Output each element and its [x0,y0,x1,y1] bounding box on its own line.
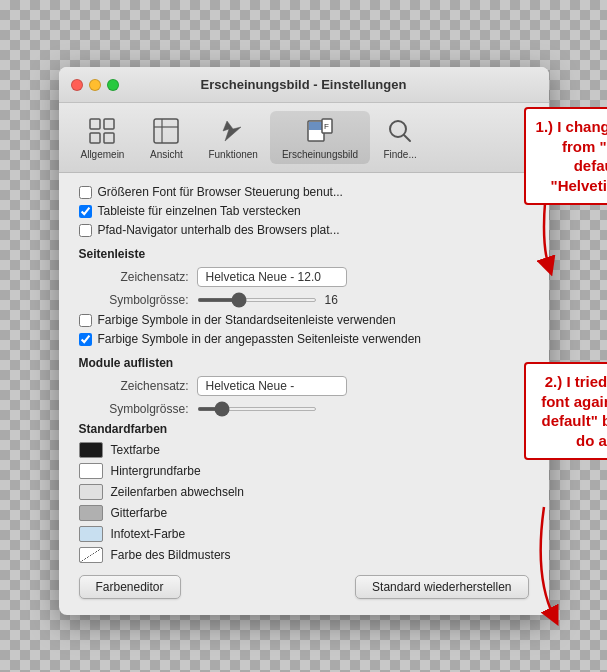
callout-1: 1.) I changed the font from "System defa… [524,107,608,205]
svg-text:F: F [324,122,329,131]
svg-rect-8 [309,122,323,130]
svg-rect-2 [90,133,100,143]
color-label-hintergrundfarbe: Hintergrundfarbe [111,464,201,478]
module-zeichensatz-input[interactable]: Helvetica Neue - [197,376,347,396]
standard-wiederherstellen-button[interactable]: Standard wiederherstellen [355,575,528,599]
color-zeilenfarben: Zeilenfarben abwechseln [79,484,529,500]
module-symbolgroesse-slider[interactable] [197,407,317,411]
toolbar-allgemein-label: Allgemein [81,149,125,160]
svg-rect-4 [154,119,178,143]
checkbox-angepassten-seitenleiste-input[interactable] [79,333,92,346]
module-symbolgroesse-label: Symbolgrösse: [79,402,189,416]
seitenleiste-zeichensatz-label: Zeichensatz: [79,270,189,284]
color-label-infotext-farbe: Infotext-Farbe [111,527,186,541]
erscheinungsbild-icon: F [304,115,336,147]
minimize-button[interactable] [89,79,101,91]
module-slider-container [197,407,317,411]
color-infotext-farbe: Infotext-Farbe [79,526,529,542]
color-label-bildmuster: Farbe des Bildmusters [111,548,231,562]
toolbar-funktionen-label: Funktionen [208,149,257,160]
checkbox-pfad-navigator-input[interactable] [79,224,92,237]
svg-rect-1 [104,119,114,129]
module-zeichensatz-label: Zeichensatz: [79,379,189,393]
finder-icon [384,115,416,147]
toolbar-funktionen[interactable]: Funktionen [196,111,269,164]
checkbox-angepassten-seitenleiste: Farbige Symbole in der angepassten Seite… [79,332,529,346]
window-title: Erscheinungsbild - Einstellungen [201,77,407,92]
color-swatch-infotext-farbe[interactable] [79,526,103,542]
checkbox-standard-seitenleiste-input[interactable] [79,314,92,327]
checkbox-browser-font-input[interactable] [79,186,92,199]
toolbar-ansicht-label: Ansicht [150,149,183,160]
toolbar-finder[interactable]: Finde... [370,111,430,164]
callout-2: 2.) I tried to reset the font again to "… [524,362,608,460]
toolbar-ansicht[interactable]: Ansicht [136,111,196,164]
color-label-zeilenfarben: Zeilenfarben abwechseln [111,485,244,499]
seitenleiste-zeichensatz-row: Zeichensatz: Helvetica Neue - 12.0 [79,267,529,287]
checkbox-angepassten-seitenleiste-label: Farbige Symbole in der angepassten Seite… [98,332,422,346]
content-area: Größeren Font für Browser Steuerung benu… [59,173,549,615]
seitenleiste-slider-container: 16 [197,293,338,307]
checkbox-standard-seitenleiste-label: Farbige Symbole in der Standardseitenlei… [98,313,396,327]
color-textfarbe: Textfarbe [79,442,529,458]
color-swatch-textfarbe[interactable] [79,442,103,458]
color-swatch-hintergrundfarbe[interactable] [79,463,103,479]
color-bildmuster: Farbe des Bildmusters [79,547,529,563]
svg-rect-0 [90,119,100,129]
allgemein-icon [86,115,118,147]
checkbox-pfad-navigator-label: Pfad-Navigator unterhalb des Browsers pl… [98,223,340,237]
traffic-lights [71,79,119,91]
svg-rect-3 [104,133,114,143]
svg-line-12 [404,135,410,141]
checkbox-tab-leiste-label: Tableiste für einzelnen Tab verstecken [98,204,301,218]
color-hintergrundfarbe: Hintergrundfarbe [79,463,529,479]
checkbox-browser-font-label: Größeren Font für Browser Steuerung benu… [98,185,343,199]
color-swatch-gitterfarbe[interactable] [79,505,103,521]
preferences-window: Erscheinungsbild - Einstellungen Allgeme… [59,67,549,615]
seitenleiste-symbolgroesse-label: Symbolgrösse: [79,293,189,307]
standardfarben-label: Standardfarben [79,422,529,436]
color-label-textfarbe: Textfarbe [111,443,160,457]
ansicht-icon [150,115,182,147]
checkbox-browser-font: Größeren Font für Browser Steuerung benu… [79,185,529,199]
seitenleiste-label: Seitenleiste [79,247,529,261]
toolbar-allgemein[interactable]: Allgemein [69,111,137,164]
toolbar: Allgemein Ansicht Funktionen [59,103,549,173]
color-swatch-bildmuster[interactable] [79,547,103,563]
module-symbolgroesse-row: Symbolgrösse: [79,402,529,416]
color-label-gitterfarbe: Gitterfarbe [111,506,168,520]
seitenleiste-symbolgroesse-value: 16 [325,293,338,307]
bottom-buttons: Farbeneditor Standard wiederherstellen [79,575,529,599]
checkbox-tab-leiste: Tableiste für einzelnen Tab verstecken [79,204,529,218]
titlebar: Erscheinungsbild - Einstellungen [59,67,549,103]
color-swatch-zeilenfarben[interactable] [79,484,103,500]
checkbox-standard-seitenleiste: Farbige Symbole in der Standardseitenlei… [79,313,529,327]
module-label: Module auflisten [79,356,529,370]
toolbar-finder-label: Finde... [383,149,416,160]
checkbox-pfad-navigator: Pfad-Navigator unterhalb des Browsers pl… [79,223,529,237]
checkbox-tab-leiste-input[interactable] [79,205,92,218]
close-button[interactable] [71,79,83,91]
maximize-button[interactable] [107,79,119,91]
seitenleiste-symbolgroesse-slider[interactable] [197,298,317,302]
module-zeichensatz-row: Zeichensatz: Helvetica Neue - [79,376,529,396]
farbeneditor-button[interactable]: Farbeneditor [79,575,181,599]
seitenleiste-zeichensatz-input[interactable]: Helvetica Neue - 12.0 [197,267,347,287]
color-gitterfarbe: Gitterfarbe [79,505,529,521]
toolbar-erscheinungsbild-label: Erscheinungsbild [282,149,358,160]
toolbar-erscheinungsbild[interactable]: F Erscheinungsbild [270,111,370,164]
seitenleiste-symbolgroesse-row: Symbolgrösse: 16 [79,293,529,307]
funktionen-icon [217,115,249,147]
